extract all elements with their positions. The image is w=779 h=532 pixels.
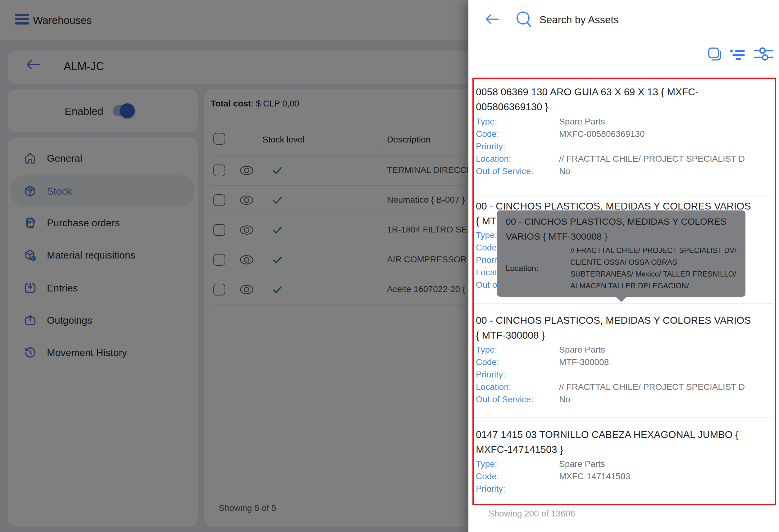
field-value: Spare Parts bbox=[559, 345, 605, 355]
search-icon bbox=[515, 10, 533, 28]
field-value: // FRACTTAL CHILE/ PROJECT SPECIALIST D bbox=[559, 154, 745, 164]
tooltip-location-value: // FRACTTAL CHILE/ PROJECT SPECIALIST DV… bbox=[570, 245, 737, 292]
field-value: // FRACTTAL CHILE/ PROJECT SPECIALIST D bbox=[559, 382, 745, 392]
back-icon[interactable] bbox=[484, 12, 500, 26]
field-label: Type: bbox=[476, 117, 559, 127]
field-label: Out of Service: bbox=[476, 395, 559, 404]
tooltip-caret bbox=[616, 297, 627, 302]
divider bbox=[474, 196, 773, 196]
copy-icon[interactable] bbox=[707, 47, 722, 61]
field-label: Code: bbox=[476, 357, 559, 367]
result-card-title[interactable]: 0147 1415 03 TORNILLO CABEZA HEXAGONAL J… bbox=[476, 427, 756, 457]
field-label: Priority: bbox=[476, 141, 559, 151]
divider bbox=[474, 417, 773, 418]
result-card-fields: Type:Spare Parts Code:MXFC-005806369130 … bbox=[476, 116, 771, 178]
field-value: Spare Parts bbox=[559, 459, 605, 469]
result-card-fields: Type:Spare Parts Code:MTF-300008 Priorit… bbox=[476, 344, 771, 406]
field-label: Priority: bbox=[476, 484, 559, 494]
field-value: MTF-300008 bbox=[559, 357, 609, 367]
field-value: No bbox=[559, 395, 570, 404]
location-tooltip: 00 - CINCHOS PLASTICOS, MEDIDAS Y COLORE… bbox=[497, 210, 745, 297]
field-label: Code: bbox=[476, 471, 559, 481]
tune-icon[interactable] bbox=[754, 47, 773, 61]
divider bbox=[468, 492, 779, 492]
result-card-title[interactable]: 0058 06369 130 ARO GUIA 63 X 69 X 13 { M… bbox=[476, 84, 756, 114]
search-input[interactable] bbox=[539, 12, 733, 28]
result-card-fields: Type:Spare Parts Code:MXFC-147141503 Pri… bbox=[476, 458, 771, 495]
result-card-title[interactable]: 00 - CINCHOS PLASTICOS, MEDIDAS Y COLORE… bbox=[476, 313, 756, 343]
field-value: Spare Parts bbox=[559, 117, 605, 127]
field-label: Location: bbox=[476, 154, 559, 164]
filter-icon[interactable] bbox=[730, 47, 745, 61]
tooltip-location-label: Location: bbox=[506, 264, 570, 273]
field-value: MXFC-005806369130 bbox=[559, 129, 645, 139]
field-value: No bbox=[559, 167, 570, 176]
drawer-footer: Showing 200 of 13606 bbox=[489, 509, 575, 519]
field-label: Location: bbox=[476, 382, 559, 392]
field-label: Code: bbox=[476, 129, 559, 139]
field-label: Out of Service: bbox=[476, 167, 559, 176]
field-value: MXFC-147141503 bbox=[559, 471, 630, 481]
field-label: Type: bbox=[476, 345, 559, 355]
field-label: Type: bbox=[476, 459, 559, 469]
search-drawer: 0058 06369 130 ARO GUIA 63 X 69 X 13 { M… bbox=[468, 0, 779, 532]
screen: Warehouses ALM-JC Enabled General Stock bbox=[0, 0, 779, 532]
divider bbox=[474, 303, 773, 304]
tooltip-title: 00 - CINCHOS PLASTICOS, MEDIDAS Y COLORE… bbox=[506, 214, 737, 244]
field-label: Priority: bbox=[476, 370, 559, 380]
